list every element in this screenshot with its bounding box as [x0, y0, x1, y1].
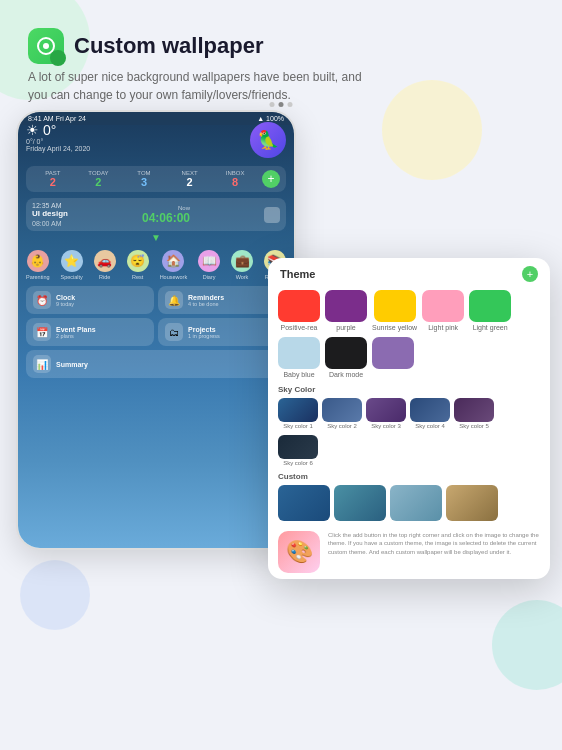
swatch-green[interactable]: Light green [469, 290, 511, 331]
widget-clock[interactable]: ⏰ Clock 9 today [26, 286, 154, 314]
sky-swatch-6[interactable]: Sky color 6 [278, 435, 318, 466]
app-work-icon: 💼 [231, 250, 253, 272]
clock-icon: ⏰ [33, 291, 51, 309]
swatch-purple-color [325, 290, 367, 322]
weather-range: 0°/ 0° [26, 138, 90, 145]
app-specialty[interactable]: ⭐ Specialty [60, 250, 82, 280]
swatch-purple-label: purple [336, 324, 355, 331]
bg-decoration-teal [492, 600, 562, 690]
timer-stop-button[interactable] [264, 207, 280, 223]
dot-3 [288, 102, 293, 107]
sky-color-4 [410, 398, 450, 422]
sky-swatch-1[interactable]: Sky color 1 [278, 398, 318, 429]
app-specialty-icon: ⭐ [61, 250, 83, 272]
widget-reminders[interactable]: 🔔 Reminders 4 to be done [158, 286, 286, 314]
timer-countdown: 04:06:00 [142, 211, 190, 225]
custom-image-3[interactable] [390, 485, 442, 521]
custom-images-row [278, 485, 540, 521]
widget-summary-title: Summary [56, 361, 88, 368]
theme-add-button[interactable]: + [522, 266, 538, 282]
app-specialty-label: Specialty [60, 274, 82, 280]
sky-label-2: Sky color 2 [327, 423, 357, 429]
sky-swatch-5[interactable]: Sky color 5 [454, 398, 494, 429]
dots-indicator [270, 102, 293, 107]
weather-section: ☀ 0° 0°/ 0° Friday April 24, 2020 🦜 [26, 122, 286, 158]
custom-section: Custom [268, 468, 550, 527]
app-housework[interactable]: 🏠 Housework [160, 250, 188, 280]
sky-swatch-4[interactable]: Sky color 4 [410, 398, 450, 429]
tab-inbox[interactable]: INBOX 8 [214, 170, 256, 188]
app-ride[interactable]: 🚗 Ride [94, 250, 116, 280]
app-rest[interactable]: 😴 Rest [127, 250, 149, 280]
swatch-darkmode[interactable]: Dark mode [325, 337, 367, 378]
swatch-babyblue-color [278, 337, 320, 369]
timer-start-label: 12:35 AM [32, 202, 68, 209]
svg-point-1 [43, 43, 49, 49]
tab-next-count: 2 [169, 176, 211, 188]
app-diary[interactable]: 📖 Diary [198, 250, 220, 280]
timer-left: 12:35 AM UI design 08:00 AM [32, 202, 68, 227]
app-diary-icon: 📖 [198, 250, 220, 272]
widget-reminders-text: Reminders 4 to be done [188, 294, 224, 307]
widget-events-text: Event Plans 2 plans [56, 326, 96, 339]
bg-decoration-yellow [382, 80, 482, 180]
app-icon-large[interactable]: 🎨 [278, 531, 320, 573]
widget-summary[interactable]: 📊 Summary [26, 350, 286, 378]
summary-icon: 📊 [33, 355, 51, 373]
theme-swatches-row2: Baby blue Dark mode [268, 333, 550, 382]
custom-image-1[interactable] [278, 485, 330, 521]
tab-inbox-count: 8 [214, 176, 256, 188]
tab-today-count: 2 [78, 176, 120, 188]
app-rest-icon: 😴 [127, 250, 149, 272]
device-content: ☀ 0° 0°/ 0° Friday April 24, 2020 🦜 PAST… [18, 112, 294, 548]
weather-info: ☀ 0° 0°/ 0° Friday April 24, 2020 [26, 122, 90, 152]
swatch-purple[interactable]: purple [325, 290, 367, 331]
custom-image-2[interactable] [334, 485, 386, 521]
theme-panel-title: Theme [280, 268, 315, 280]
sky-swatch-2[interactable]: Sky color 2 [322, 398, 362, 429]
bottom-section: 🎨 Click the add button in the top right … [268, 527, 550, 579]
chevron-down-icon: ▼ [26, 231, 286, 244]
sky-color-3 [366, 398, 406, 422]
widget-events-title: Event Plans [56, 326, 96, 333]
add-task-button[interactable]: + [262, 170, 280, 188]
sky-section-title: Sky Color [268, 382, 550, 396]
weather-date: Friday April 24, 2020 [26, 145, 90, 152]
dot-1 [270, 102, 275, 107]
swatch-babyblue[interactable]: Baby blue [278, 337, 320, 378]
tab-past-count: 2 [32, 176, 74, 188]
custom-image-4[interactable] [446, 485, 498, 521]
swatch-violet[interactable] [372, 337, 414, 378]
tab-past[interactable]: PAST 2 [32, 170, 74, 188]
widget-projects-title: Projects [188, 326, 220, 333]
sky-color-6 [278, 435, 318, 459]
widget-projects[interactable]: 🗂 Projects 1 in progress [158, 318, 286, 346]
bg-decoration-blue [20, 560, 90, 630]
app-work[interactable]: 💼 Work [231, 250, 253, 280]
swatch-green-color [469, 290, 511, 322]
timer-right: Now 04:06:00 [142, 205, 190, 225]
tab-next[interactable]: NEXT 2 [169, 170, 211, 188]
sky-color-2 [322, 398, 362, 422]
app-parenting[interactable]: 👶 Parenting [26, 250, 50, 280]
sky-label-5: Sky color 5 [459, 423, 489, 429]
tab-tom[interactable]: TOM 3 [123, 170, 165, 188]
dot-2 [279, 102, 284, 107]
swatch-darkmode-label: Dark mode [329, 371, 363, 378]
sky-label-3: Sky color 3 [371, 423, 401, 429]
swatch-babyblue-label: Baby blue [283, 371, 314, 378]
swatch-red[interactable]: Positive-rea [278, 290, 320, 331]
app-rest-label: Rest [132, 274, 143, 280]
tab-today[interactable]: TODAY 2 [78, 170, 120, 188]
swatch-yellow-label: Sunrise yellow [372, 324, 417, 331]
device-frame: 8:41 AM Fri Apr 24 ▲ 100% ☀ 0° 0°/ 0° Fr… [16, 110, 296, 550]
avatar-icon: 🦜 [257, 129, 279, 151]
app-parenting-label: Parenting [26, 274, 50, 280]
sky-swatch-3[interactable]: Sky color 3 [366, 398, 406, 429]
task-tabs: PAST 2 TODAY 2 TOM 3 NEXT 2 INBOX 8 [26, 166, 286, 192]
timer-section: 12:35 AM UI design 08:00 AM Now 04:06:00 [26, 198, 286, 231]
widget-events[interactable]: 📅 Event Plans 2 plans [26, 318, 154, 346]
swatch-darkmode-color [325, 337, 367, 369]
swatch-pink[interactable]: Light pink [422, 290, 464, 331]
swatch-yellow[interactable]: Sunrise yellow [372, 290, 417, 331]
